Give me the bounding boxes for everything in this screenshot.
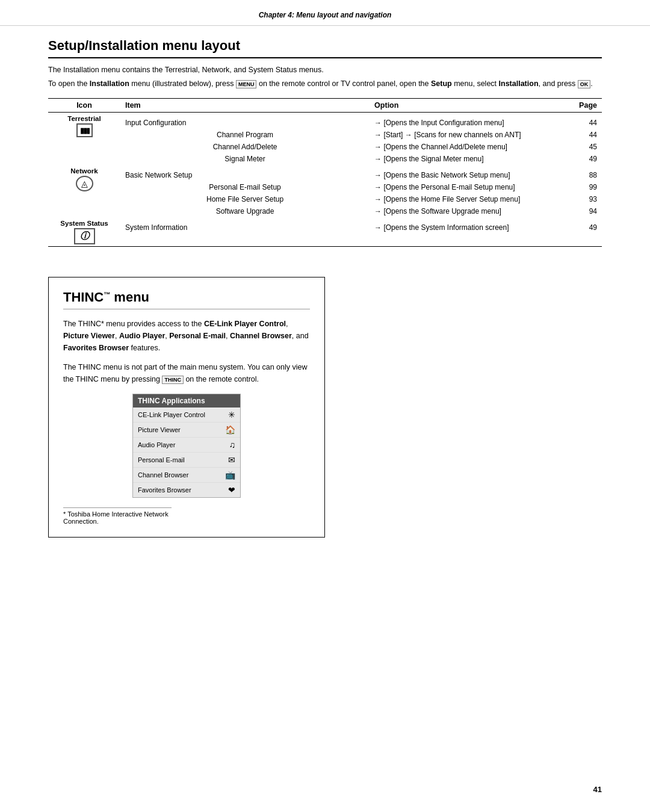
page-cell: 88 <box>574 165 602 181</box>
thinc-title-text: THINC™ menu <box>63 290 149 305</box>
intro-text-1: The Installation menu contains the Terre… <box>48 64 602 76</box>
page-cell: 44 <box>574 129 602 141</box>
page-cell: 93 <box>574 193 602 205</box>
picture-viewer-icon: 🏠 <box>225 425 235 435</box>
table-row: Channel Add/Delete → [Opens the Channel … <box>48 141 602 153</box>
item-cell: Home File Server Setup <box>120 193 370 205</box>
page-number: 41 <box>593 785 602 794</box>
page-cell: 49 <box>574 153 602 165</box>
page-container: Chapter 4: Menu layout and navigation Se… <box>0 0 650 812</box>
system-status-label: System Status <box>53 220 116 227</box>
table-row: Personal E-mail Setup → [Opens the Perso… <box>48 181 602 193</box>
intro-text-2: To open the Installation menu (illustrat… <box>48 78 602 90</box>
thinc-section: THINC™ menu The THINC* menu provides acc… <box>48 277 325 538</box>
page-cell: 99 <box>574 181 602 193</box>
option-cell: → [Opens the Home File Server Setup menu… <box>370 193 574 205</box>
col-item: Item <box>120 98 370 112</box>
item-cell: Software Upgrade <box>120 205 370 217</box>
list-item: Audio Player ♫ <box>133 438 240 453</box>
table-row: Channel Program → [Start] → [Scans for n… <box>48 129 602 141</box>
col-icon: Icon <box>48 98 120 112</box>
option-cell: → [Start] → [Scans for new channels on A… <box>370 129 574 141</box>
item-cell: Signal Meter <box>120 153 370 165</box>
ce-link-icon: ✳ <box>228 410 235 420</box>
option-cell: → [Opens the Input Configuration menu] <box>370 112 574 129</box>
item-cell: System Information <box>120 217 370 247</box>
option-cell: → [Opens the Signal Meter menu] <box>370 153 574 165</box>
col-option: Option <box>370 98 574 112</box>
personal-email-label: Personal E-mail <box>138 456 224 463</box>
setup-bold: Setup <box>431 79 452 88</box>
option-cell: → [Opens the Personal E-mail Setup menu] <box>370 181 574 193</box>
list-item: CE-Link Player Control ✳ <box>133 408 240 423</box>
setup-table: Icon Item Option Page Terrestrial ▮▮▮ In… <box>48 98 602 247</box>
table-row: Network ◬ Basic Network Setup → [Opens t… <box>48 165 602 181</box>
table-row: Signal Meter → [Opens the Signal Meter m… <box>48 153 602 165</box>
installation-bold: Installation <box>90 79 129 88</box>
ok-kbd: OK <box>578 80 591 88</box>
item-cell: Basic Network Setup <box>120 165 370 181</box>
favorites-browser-icon: ❤ <box>228 485 235 495</box>
col-page: Page <box>574 98 602 112</box>
thinc-desc-1: The THINC* menu provides access to the C… <box>63 318 310 354</box>
item-cell: Personal E-mail Setup <box>120 181 370 193</box>
trademark-symbol: ™ <box>104 290 110 297</box>
main-content: Setup/Installation menu layout The Insta… <box>0 26 650 562</box>
chapter-header: Chapter 4: Menu layout and navigation <box>0 0 650 26</box>
channel-browser-bold: Channel Browser <box>230 332 292 340</box>
item-cell: Channel Program <box>120 129 370 141</box>
list-item: Channel Browser 📺 <box>133 468 240 483</box>
page-cell: 45 <box>574 141 602 153</box>
page-cell: 44 <box>574 112 602 129</box>
table-header-row: Icon Item Option Page <box>48 98 602 112</box>
table-row: Terrestrial ▮▮▮ Input Configuration → [O… <box>48 112 602 129</box>
thinc-menu-box: THINC Applications CE-Link Player Contro… <box>132 394 241 498</box>
channel-browser-label: Channel Browser <box>138 471 221 479</box>
audio-player-label: Audio Player <box>138 441 226 448</box>
list-item: Personal E-mail ✉ <box>133 453 240 468</box>
thinc-menu-header: THINC Applications <box>133 394 240 408</box>
installation-bold2: Installation <box>499 79 539 88</box>
item-cell: Channel Add/Delete <box>120 141 370 153</box>
option-cell: → [Opens the System Information screen] <box>370 217 574 247</box>
thinc-title: THINC™ menu <box>63 290 310 309</box>
chapter-header-text: Chapter 4: Menu layout and navigation <box>259 11 392 19</box>
list-item: Favorites Browser ❤ <box>133 483 240 497</box>
personal-email-bold: Personal E-mail <box>169 332 226 340</box>
menu-kbd: MENU <box>236 80 257 88</box>
network-icon: ◬ <box>76 176 93 191</box>
thinc-kbd: THINC <box>162 376 184 384</box>
option-cell: → [Opens the Basic Network Setup menu] <box>370 165 574 181</box>
terrestrial-icon: ▮▮▮ <box>76 123 93 137</box>
picture-viewer-bold: Picture Viewer <box>63 332 115 340</box>
audio-player-icon: ♫ <box>229 440 236 450</box>
channel-browser-icon: 📺 <box>225 470 235 480</box>
system-status-icon: ⓘ <box>74 228 95 244</box>
footnote-text: * Toshiba Home Interactive Network Conne… <box>63 510 169 525</box>
page-cell: 94 <box>574 205 602 217</box>
thinc-desc-2: The THINC menu is not part of the main m… <box>63 361 310 385</box>
ce-link-bold: CE-Link Player Control <box>204 320 286 328</box>
table-row: System Status ⓘ System Information → [Op… <box>48 217 602 247</box>
list-item: Picture Viewer 🏠 <box>133 423 240 438</box>
page-cell: 49 <box>574 217 602 247</box>
terrestrial-label: Terrestrial <box>53 115 116 122</box>
ce-link-label: CE-Link Player Control <box>138 411 224 418</box>
personal-email-icon: ✉ <box>228 455 235 465</box>
picture-viewer-label: Picture Viewer <box>138 426 221 433</box>
setup-title: Setup/Installation menu layout <box>48 38 602 58</box>
footnote: * Toshiba Home Interactive Network Conne… <box>63 507 172 525</box>
option-cell: → [Opens the Channel Add/Delete menu] <box>370 141 574 153</box>
network-label: Network <box>53 167 116 175</box>
favorites-browser-label: Favorites Browser <box>138 486 224 494</box>
item-cell: Input Configuration <box>120 112 370 129</box>
table-row: Home File Server Setup → [Opens the Home… <box>48 193 602 205</box>
table-row: Software Upgrade → [Opens the Software U… <box>48 205 602 217</box>
favorites-browser-bold: Favorites Browser <box>63 344 129 352</box>
option-cell: → [Opens the Software Upgrade menu] <box>370 205 574 217</box>
setup-section: Setup/Installation menu layout The Insta… <box>48 38 602 247</box>
audio-player-bold: Audio Player <box>119 332 165 340</box>
